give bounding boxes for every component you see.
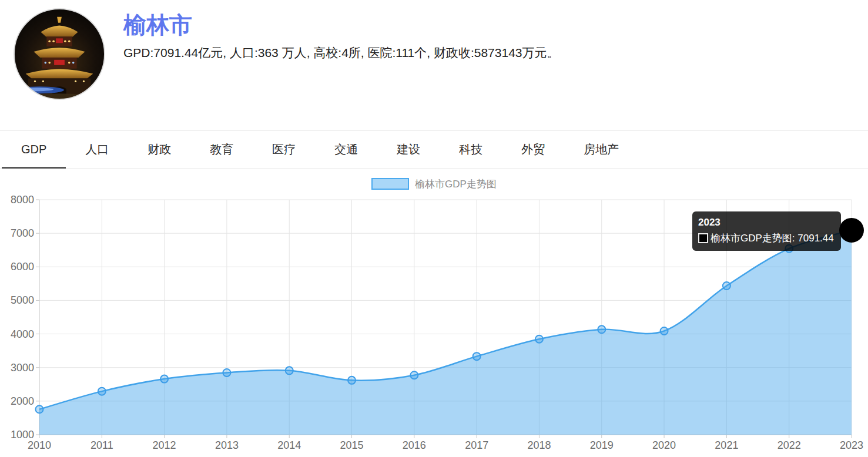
city-dashboard-page: 榆林市 GPD:7091.44亿元, 人口:363 万人, 高校:4所, 医院:… (0, 0, 868, 457)
svg-text:2022: 2022 (777, 439, 801, 451)
svg-text:7000: 7000 (11, 227, 34, 239)
tower-night-photo-icon (13, 8, 106, 100)
legend-color-swatch (371, 178, 409, 190)
svg-text:2000: 2000 (11, 395, 34, 407)
tooltip-title: 2023 (698, 217, 834, 228)
tooltip-row: 榆林市GDP走势图: 7091.44 (698, 231, 834, 245)
tab-foreign-trade[interactable]: 外贸 (502, 131, 564, 168)
svg-text:2023: 2023 (840, 439, 863, 451)
svg-text:8000: 8000 (11, 194, 34, 206)
tab-finance[interactable]: 财政 (128, 131, 190, 168)
tab-population[interactable]: 人口 (66, 131, 128, 168)
tab-gdp[interactable]: GDP (2, 131, 66, 168)
svg-text:2017: 2017 (465, 439, 488, 451)
svg-text:2020: 2020 (652, 439, 676, 451)
legend-label: 榆林市GDP走势图 (415, 177, 497, 191)
city-summary: GPD:7091.44亿元, 人口:363 万人, 高校:4所, 医院:111个… (123, 45, 829, 61)
svg-text:2010: 2010 (28, 439, 51, 451)
svg-text:1000: 1000 (11, 429, 34, 441)
gdp-trend-chart[interactable]: 1000200030004000500060007000800020102011… (0, 194, 868, 457)
svg-text:2011: 2011 (91, 439, 113, 451)
svg-text:3000: 3000 (11, 362, 34, 374)
tab-transport[interactable]: 交通 (315, 131, 377, 168)
svg-text:2018: 2018 (527, 439, 551, 451)
tab-technology[interactable]: 科技 (440, 131, 502, 168)
gdp-area-fill (39, 230, 852, 435)
tab-construction[interactable]: 建设 (377, 131, 440, 168)
svg-text:2019: 2019 (590, 439, 614, 451)
svg-text:5000: 5000 (11, 294, 34, 306)
tooltip-value-text: 榆林市GDP走势图: 7091.44 (711, 231, 834, 245)
tab-real-estate[interactable]: 房地产 (564, 131, 638, 168)
svg-text:2013: 2013 (215, 439, 239, 451)
svg-text:4000: 4000 (11, 328, 34, 340)
svg-text:2016: 2016 (403, 439, 426, 451)
category-tab-bar: GDP人口财政教育医疗交通建设科技外贸房地产 (0, 130, 868, 169)
page-title: 榆林市 (123, 9, 476, 41)
svg-text:2014: 2014 (277, 439, 301, 451)
chart-tooltip: 2023 榆林市GDP走势图: 7091.44 (692, 211, 841, 251)
chart-legend-item[interactable]: 榆林市GDP走势图 (0, 177, 868, 191)
svg-text:6000: 6000 (11, 261, 34, 273)
svg-text:2021: 2021 (715, 439, 738, 451)
city-avatar-photo (13, 8, 106, 100)
active-data-point[interactable] (839, 218, 864, 243)
tooltip-color-swatch (698, 233, 708, 243)
tab-medical[interactable]: 医疗 (253, 131, 315, 168)
tab-education[interactable]: 教育 (190, 131, 253, 168)
svg-text:2012: 2012 (153, 439, 176, 451)
svg-text:2015: 2015 (340, 439, 364, 451)
